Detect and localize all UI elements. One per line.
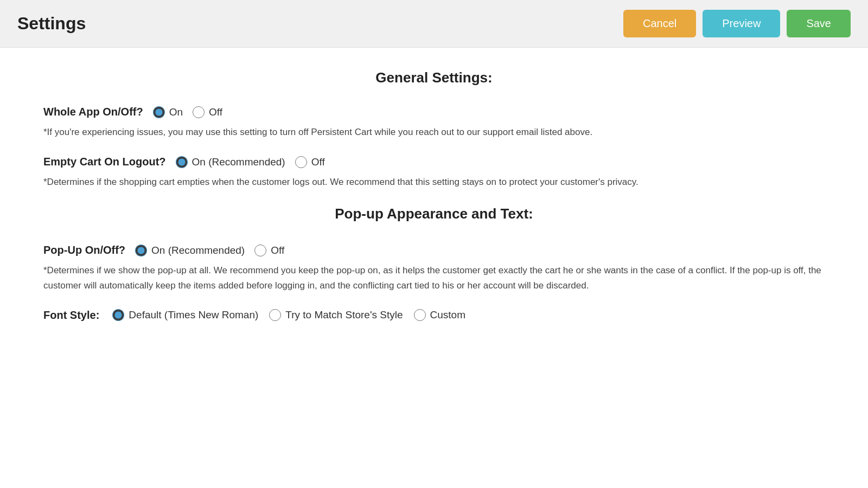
empty-cart-off-option[interactable]: Off bbox=[295, 156, 325, 168]
empty-cart-label: Empty Cart On Logout? bbox=[43, 156, 166, 168]
whole-app-setting: Whole App On/Off? On Off *If you're expe… bbox=[43, 106, 825, 139]
font-match-option[interactable]: Try to Match Store's Style bbox=[269, 309, 403, 321]
whole-app-row: Whole App On/Off? On Off bbox=[43, 106, 825, 118]
cancel-button[interactable]: Cancel bbox=[623, 10, 696, 37]
empty-cart-radio-group: On (Recommended) Off bbox=[176, 156, 325, 168]
popup-toggle-label: Pop-Up On/Off? bbox=[43, 244, 125, 256]
font-custom-label: Custom bbox=[430, 309, 465, 321]
popup-toggle-setting: Pop-Up On/Off? On (Recommended) Off *Det… bbox=[43, 244, 825, 292]
font-default-label: Default (Times New Roman) bbox=[129, 309, 258, 321]
font-style-setting: Font Style: Default (Times New Roman) Tr… bbox=[43, 309, 825, 322]
popup-off-radio[interactable] bbox=[254, 245, 266, 256]
popup-on-label: On (Recommended) bbox=[151, 245, 245, 256]
save-button[interactable]: Save bbox=[787, 10, 851, 37]
empty-cart-on-option[interactable]: On (Recommended) bbox=[176, 156, 285, 168]
preview-button[interactable]: Preview bbox=[703, 10, 780, 37]
empty-cart-description: *Determines if the shopping cart empties… bbox=[43, 175, 825, 189]
whole-app-label: Whole App On/Off? bbox=[43, 106, 143, 118]
popup-appearance-section: Pop-up Appearance and Text: Pop-Up On/Of… bbox=[43, 206, 825, 321]
font-match-label: Try to Match Store's Style bbox=[285, 309, 403, 321]
font-default-option[interactable]: Default (Times New Roman) bbox=[112, 309, 258, 321]
empty-cart-off-radio[interactable] bbox=[295, 156, 307, 168]
whole-app-off-option[interactable]: Off bbox=[193, 106, 222, 118]
general-settings-title: General Settings: bbox=[43, 69, 825, 86]
font-match-radio[interactable] bbox=[269, 309, 281, 321]
popup-on-option[interactable]: On (Recommended) bbox=[135, 245, 245, 256]
whole-app-radio-group: On Off bbox=[153, 106, 222, 118]
font-custom-option[interactable]: Custom bbox=[414, 309, 465, 321]
general-settings-section: General Settings: Whole App On/Off? On O… bbox=[43, 69, 825, 189]
popup-appearance-title: Pop-up Appearance and Text: bbox=[43, 206, 825, 222]
empty-cart-on-radio[interactable] bbox=[176, 156, 188, 168]
empty-cart-row: Empty Cart On Logout? On (Recommended) O… bbox=[43, 156, 825, 168]
font-custom-radio[interactable] bbox=[414, 309, 426, 321]
font-style-label: Font Style: bbox=[43, 309, 99, 322]
whole-app-description: *If you're experiencing issues, you may … bbox=[43, 125, 825, 139]
whole-app-on-radio[interactable] bbox=[153, 106, 165, 118]
whole-app-on-option[interactable]: On bbox=[153, 106, 183, 118]
popup-on-radio[interactable] bbox=[135, 245, 147, 256]
header: Settings Cancel Preview Save bbox=[0, 0, 868, 48]
whole-app-on-label: On bbox=[169, 106, 183, 118]
content: General Settings: Whole App On/Off? On O… bbox=[0, 48, 868, 488]
popup-toggle-description: *Determines if we show the pop-up at all… bbox=[43, 263, 825, 292]
whole-app-off-radio[interactable] bbox=[193, 106, 205, 118]
header-buttons: Cancel Preview Save bbox=[623, 10, 851, 37]
empty-cart-off-label: Off bbox=[311, 156, 325, 168]
empty-cart-on-label: On (Recommended) bbox=[192, 156, 285, 168]
font-default-radio[interactable] bbox=[112, 309, 124, 321]
popup-toggle-radio-group: On (Recommended) Off bbox=[135, 245, 284, 256]
popup-off-label: Off bbox=[271, 245, 284, 256]
font-style-row: Font Style: Default (Times New Roman) Tr… bbox=[43, 309, 825, 322]
popup-off-option[interactable]: Off bbox=[254, 245, 284, 256]
popup-toggle-row: Pop-Up On/Off? On (Recommended) Off bbox=[43, 244, 825, 256]
empty-cart-setting: Empty Cart On Logout? On (Recommended) O… bbox=[43, 156, 825, 189]
page-title: Settings bbox=[17, 14, 86, 34]
whole-app-off-label: Off bbox=[209, 106, 222, 118]
